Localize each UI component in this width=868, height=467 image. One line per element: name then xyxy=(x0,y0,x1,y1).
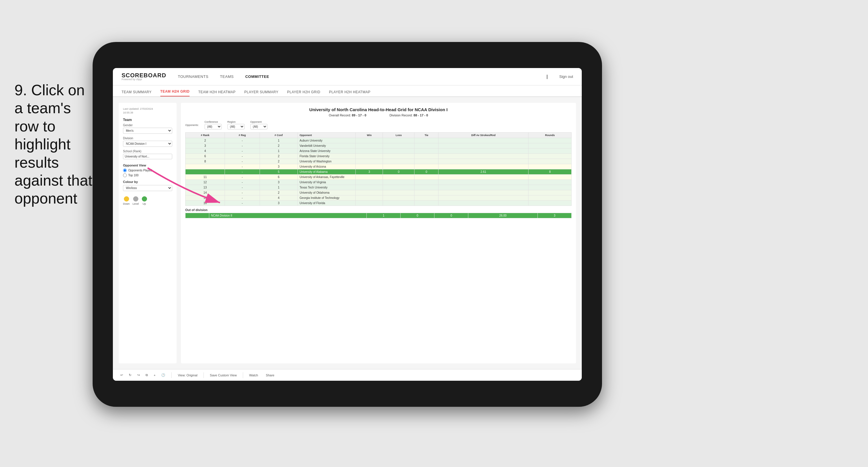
cell-loss xyxy=(383,164,414,169)
sign-out-link[interactable]: Sign out xyxy=(559,75,573,79)
left-panel: Last Updated: 27/03/2024 16:55:38 Team G… xyxy=(119,103,177,363)
view-original-btn[interactable]: View: Original xyxy=(176,373,199,378)
col-diff: Diff Av Strokes/Rnd xyxy=(438,133,528,138)
school-input[interactable] xyxy=(123,154,172,159)
cell-reg: - xyxy=(225,196,259,201)
share-btn[interactable]: Share xyxy=(264,373,276,378)
table-row[interactable]: 6-2Florida State University xyxy=(186,154,571,159)
clock-btn[interactable]: 🕐 xyxy=(159,372,167,378)
cell-loss xyxy=(383,143,414,148)
cell-rank: 14 xyxy=(186,190,225,196)
cell-loss xyxy=(383,201,414,206)
undo-btn[interactable]: ↩ xyxy=(119,372,125,378)
cell-tie xyxy=(414,164,438,169)
cell-rank xyxy=(186,169,225,175)
table-row[interactable]: 15-4Georgia Institute of Technology xyxy=(186,196,571,201)
toolbar-sep3 xyxy=(243,372,243,378)
cell-loss: 0 xyxy=(383,169,414,175)
gender-select[interactable]: Men's xyxy=(123,128,172,134)
cell-tie xyxy=(414,190,438,196)
radio-top100[interactable]: Top 100 xyxy=(123,173,172,177)
sub-nav-team-summary[interactable]: TEAM SUMMARY xyxy=(122,90,152,96)
save-custom-view-btn[interactable]: Save Custom View xyxy=(208,373,239,378)
cell-tie xyxy=(414,180,438,185)
watch-btn[interactable]: Watch xyxy=(247,373,260,378)
conference-select[interactable]: (All) xyxy=(205,124,222,129)
redo-btn[interactable]: ↻ xyxy=(127,372,133,378)
sub-nav-team-h2h-heatmap[interactable]: TEAM H2H HEATMAP xyxy=(198,90,236,96)
table-row[interactable]: 16-3University of Florida xyxy=(186,201,571,206)
division-select[interactable]: NCAA Division I xyxy=(123,141,172,147)
radio-opponents-played[interactable]: Opponents Played xyxy=(123,169,172,172)
table-header-row: # Rank # Reg # Conf Opponent Win Loss Ti… xyxy=(186,133,571,138)
cell-tie xyxy=(414,148,438,154)
col-tie: Tie xyxy=(414,133,438,138)
table-row[interactable]: 2-1Auburn University xyxy=(186,138,571,143)
cell-conf: 1 xyxy=(259,148,298,154)
table-row[interactable]: 13-1Texas Tech University xyxy=(186,185,571,190)
region-filter: Region (All) xyxy=(227,120,245,129)
cell-loss xyxy=(383,159,414,164)
out-of-division-rounds: 3 xyxy=(537,213,571,218)
copy-btn[interactable]: ⧉ xyxy=(144,372,150,378)
cell-rounds xyxy=(528,201,571,206)
cell-rounds xyxy=(528,190,571,196)
cell-win: 3 xyxy=(356,169,383,175)
cell-loss xyxy=(383,180,414,185)
table-row[interactable]: 11-6University of Arkansas, Fayetteville xyxy=(186,175,571,180)
cell-reg: - xyxy=(225,180,259,185)
out-of-division-row[interactable]: NCAA Division II 1 0 0 26.00 3 xyxy=(186,213,571,218)
cell-rounds xyxy=(528,154,571,159)
cell-reg: - xyxy=(225,190,259,196)
brand-sub: Powered by clippi xyxy=(122,78,166,81)
cell-conf: 4 xyxy=(259,196,298,201)
table-row[interactable]: 3-2Vanderbilt University xyxy=(186,143,571,148)
table-row[interactable]: 8-2University of Washington xyxy=(186,159,571,164)
cell-win xyxy=(356,164,383,169)
cell-rounds xyxy=(528,138,571,143)
sub-nav-team-h2h-grid[interactable]: TEAM H2H GRID xyxy=(160,89,190,96)
opponent-view-options: Opponents Played Top 100 xyxy=(123,169,172,177)
col-rank: # Rank xyxy=(186,133,225,138)
tablet-screen: SCOREBOARD Powered by clippi TOURNAMENTS… xyxy=(113,68,582,381)
cell-win xyxy=(356,143,383,148)
col-opponent: Opponent xyxy=(298,133,356,138)
grid-panel: University of North Carolina Head-to-Hea… xyxy=(181,103,576,363)
table-row[interactable]: 4-1Arizona State University xyxy=(186,148,571,154)
legend-level: Level xyxy=(132,196,139,205)
cell-reg: - xyxy=(225,148,259,154)
nav-items: TOURNAMENTS TEAMS COMMITTEE xyxy=(178,73,535,80)
brand-name: SCOREBOARD xyxy=(122,72,166,78)
cell-tie xyxy=(414,143,438,148)
cell-conf: 6 xyxy=(259,175,298,180)
table-row[interactable]: 12-3University of Virginia xyxy=(186,180,571,185)
navbar: SCOREBOARD Powered by clippi TOURNAMENTS… xyxy=(113,68,582,85)
region-select[interactable]: (All) xyxy=(227,124,245,129)
cell-tie xyxy=(414,138,438,143)
cell-diff xyxy=(438,190,528,196)
nav-tournaments[interactable]: TOURNAMENTS xyxy=(178,73,208,80)
filter-row: Opponents: Conference (All) Region (All) xyxy=(185,120,571,129)
legend-up-dot xyxy=(142,196,147,202)
sub-nav-player-h2h-grid[interactable]: PLAYER H2H GRID xyxy=(287,90,320,96)
table-row[interactable]: -3University of Arizona xyxy=(186,164,571,169)
cell-reg: - xyxy=(225,169,259,175)
table-row[interactable]: 14-2University of Oklahoma xyxy=(186,190,571,196)
opponent-filter-label: Opponent xyxy=(250,120,268,123)
sub-nav-player-h2h-heatmap[interactable]: PLAYER H2H HEATMAP xyxy=(329,90,370,96)
table-row[interactable]: -5University of Alabama3002.618 xyxy=(186,169,571,175)
cell-win xyxy=(356,196,383,201)
opponent-select[interactable]: (All) xyxy=(250,124,268,129)
cell-conf: 1 xyxy=(259,185,298,190)
nav-teams[interactable]: TEAMS xyxy=(220,73,234,80)
cell-diff xyxy=(438,148,528,154)
undo2-btn[interactable]: ↪ xyxy=(135,372,142,378)
cell-opponent: Arizona State University xyxy=(298,148,356,154)
plus-btn[interactable]: + xyxy=(152,373,157,378)
cell-conf: 2 xyxy=(259,190,298,196)
colour-by-select[interactable]: Win/loss xyxy=(123,185,172,191)
nav-committee[interactable]: COMMITTEE xyxy=(245,73,269,80)
overall-record: Overall Record: 89 - 17 - 0 xyxy=(329,114,366,117)
cell-win xyxy=(356,148,383,154)
sub-nav-player-summary[interactable]: PLAYER SUMMARY xyxy=(244,90,278,96)
